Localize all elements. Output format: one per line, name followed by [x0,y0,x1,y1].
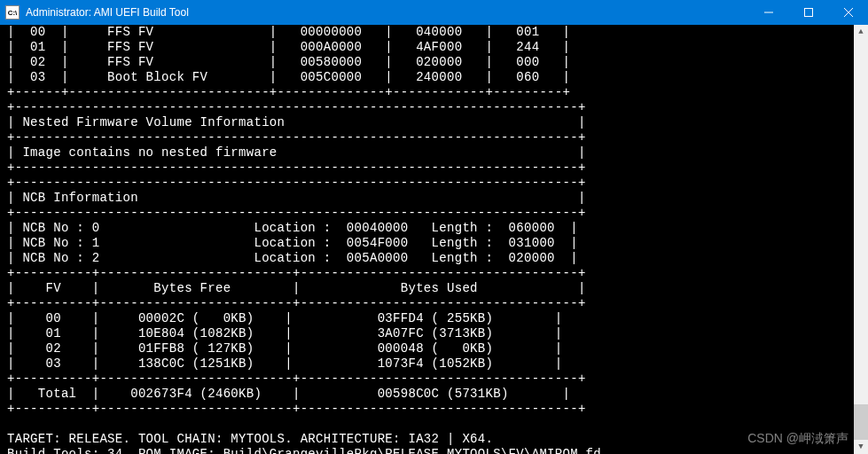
console-output: | 00 | FFS FV | 00000000 | 040000 | 001 … [0,25,868,454]
minimize-button[interactable] [748,0,788,25]
vertical-scrollbar[interactable]: ▲ ▼ [854,25,868,454]
window-title: Administrator: AMI UEFI Build Tool [26,6,748,19]
window-controls [748,0,868,25]
svg-rect-1 [804,9,812,17]
scroll-down-icon[interactable]: ▼ [854,440,868,454]
console-text: | 00 | FFS FV | 00000000 | 040000 | 001 … [7,25,609,454]
app-icon: C:\ [5,5,20,20]
scroll-up-icon[interactable]: ▲ [854,25,868,39]
window-titlebar[interactable]: C:\ Administrator: AMI UEFI Build Tool [0,0,868,25]
close-button[interactable] [828,0,868,25]
scroll-thumb[interactable] [854,404,868,440]
maximize-button[interactable] [788,0,828,25]
